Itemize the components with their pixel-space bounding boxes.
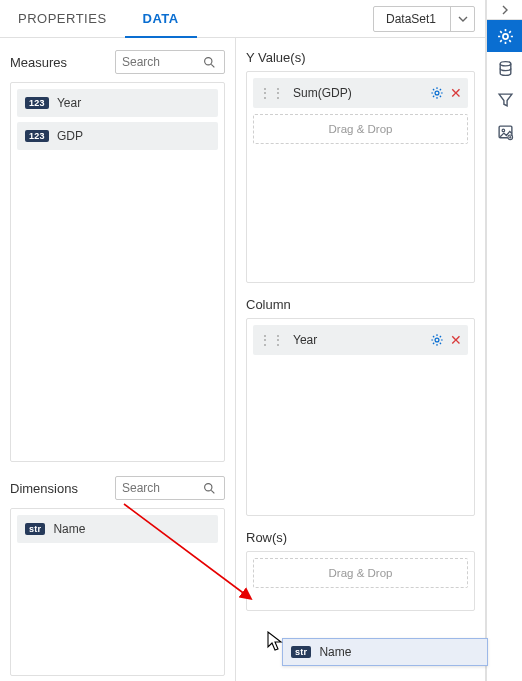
yvalue-pill[interactable]: ⋮⋮ Sum(GDP) ✕ [253, 78, 468, 108]
measure-label: GDP [57, 129, 83, 143]
type-chip-numeric: 123 [25, 130, 49, 142]
rows-dropzone[interactable]: Drag & Drop [246, 551, 475, 611]
dimensions-title: Dimensions [10, 481, 115, 496]
tab-properties[interactable]: PROPERTIES [0, 0, 125, 38]
rail-filter-icon[interactable] [487, 84, 522, 116]
dimension-item[interactable]: str Name [17, 515, 218, 543]
svg-line-1 [211, 64, 214, 67]
yvalues-title: Y Value(s) [246, 50, 475, 65]
type-chip-string: str [25, 523, 45, 535]
svg-point-9 [502, 129, 505, 132]
svg-point-6 [502, 33, 507, 38]
rail-database-icon[interactable] [487, 52, 522, 84]
close-icon[interactable]: ✕ [450, 85, 462, 101]
rows-title: Row(s) [246, 530, 475, 545]
type-chip-numeric: 123 [25, 97, 49, 109]
svg-point-5 [435, 338, 439, 342]
search-input[interactable] [116, 481, 198, 495]
search-icon [198, 56, 220, 69]
svg-point-2 [204, 483, 211, 490]
measure-label: Year [57, 96, 81, 110]
dimensions-search[interactable] [115, 476, 225, 500]
yvalues-drop-target[interactable]: Drag & Drop [253, 114, 468, 144]
measure-item[interactable]: 123 GDP [17, 122, 218, 150]
svg-point-7 [500, 61, 511, 65]
grip-icon: ⋮⋮ [259, 333, 285, 347]
column-title: Column [246, 297, 475, 312]
chevron-right-icon[interactable] [487, 0, 522, 20]
measures-list: 123 Year 123 GDP [10, 82, 225, 462]
dataset-select[interactable]: DataSet1 [373, 6, 475, 32]
gear-icon[interactable] [430, 333, 444, 347]
gear-icon[interactable] [430, 86, 444, 100]
rail-gear-icon[interactable] [487, 20, 522, 52]
column-label: Year [293, 333, 430, 347]
close-icon[interactable]: ✕ [450, 332, 462, 348]
measure-item[interactable]: 123 Year [17, 89, 218, 117]
dataset-selected-value: DataSet1 [374, 12, 450, 26]
yvalue-label: Sum(GDP) [293, 86, 430, 100]
measures-title: Measures [10, 55, 115, 70]
grip-icon: ⋮⋮ [259, 86, 285, 100]
chevron-down-icon [450, 7, 474, 31]
svg-point-4 [435, 91, 439, 95]
rail-image-icon[interactable] [487, 116, 522, 148]
search-input[interactable] [116, 55, 198, 69]
tab-data[interactable]: DATA [125, 0, 197, 38]
dimensions-list: str Name [10, 508, 225, 676]
yvalues-dropzone[interactable]: ⋮⋮ Sum(GDP) ✕ Drag & Drop [246, 71, 475, 283]
svg-point-0 [204, 57, 211, 64]
column-dropzone[interactable]: ⋮⋮ Year ✕ [246, 318, 475, 516]
search-icon [198, 482, 220, 495]
measures-search[interactable] [115, 50, 225, 74]
svg-line-3 [211, 490, 214, 493]
column-pill[interactable]: ⋮⋮ Year ✕ [253, 325, 468, 355]
rows-drop-target[interactable]: Drag & Drop [253, 558, 468, 588]
dimension-label: Name [53, 522, 85, 536]
